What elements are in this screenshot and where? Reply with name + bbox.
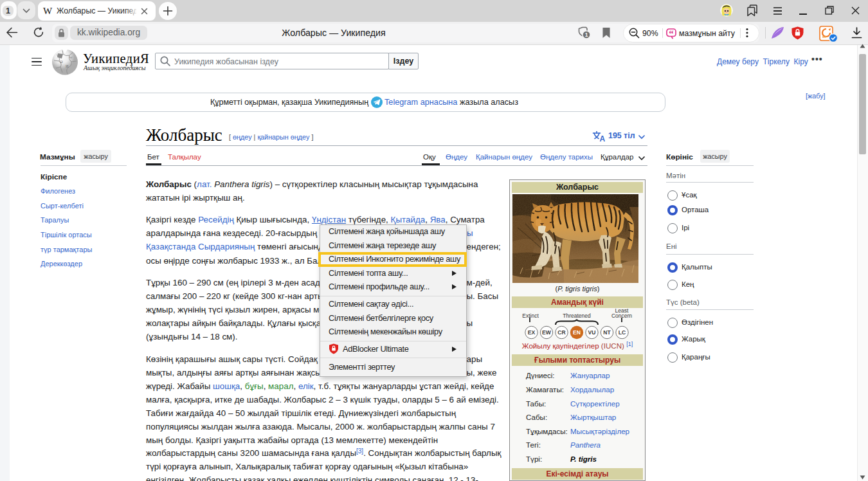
- svg-text:EX: EX: [528, 329, 536, 336]
- svg-text:EW: EW: [542, 329, 552, 336]
- svg-text:W: W: [69, 56, 73, 59]
- svg-text:A: A: [600, 134, 606, 142]
- svg-text:И: И: [66, 64, 69, 68]
- svg-text:1: 1: [585, 32, 588, 38]
- svg-text:LC: LC: [619, 329, 626, 336]
- svg-text:CR: CR: [557, 329, 566, 336]
- svg-text:Ω: Ω: [60, 60, 63, 64]
- svg-text:NT: NT: [603, 329, 611, 336]
- svg-text:“: “: [669, 28, 674, 39]
- svg-text:VU: VU: [588, 329, 596, 336]
- svg-text:EN: EN: [573, 329, 581, 336]
